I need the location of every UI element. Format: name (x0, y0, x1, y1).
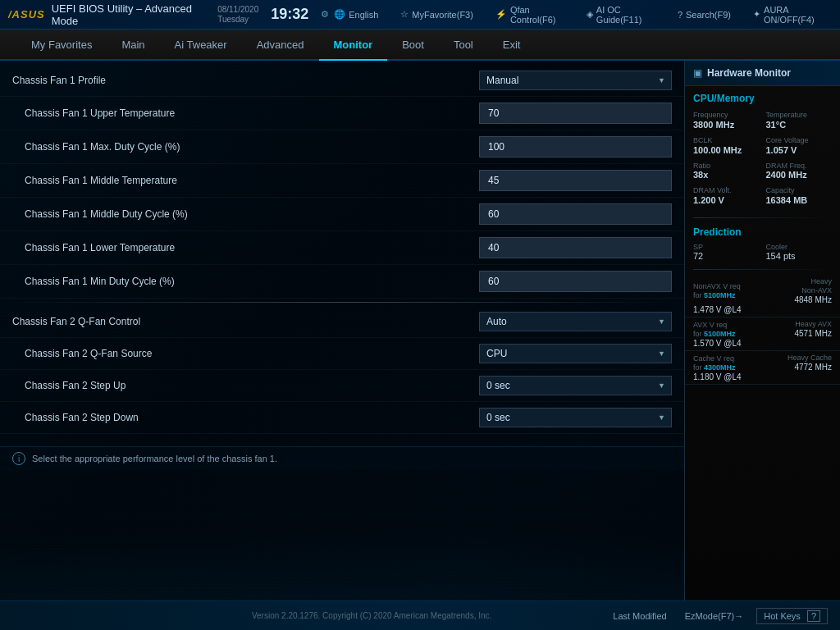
ai-icon: ◈ (587, 9, 593, 20)
pred-cache-heavy-value: 4772 MHz (788, 363, 832, 372)
aura-label: AURA ON/OFF(F4) (764, 5, 827, 25)
nav-exit[interactable]: Exit (488, 30, 536, 61)
dropdown-chassis-fan1-profile[interactable]: Manual Standard Silent Turbo Full Speed (479, 71, 672, 90)
footer: Version 2.20.1276. Copyright (C) 2020 Am… (0, 600, 840, 630)
hw-capacity: Capacity 16384 MB (766, 186, 833, 205)
hw-monitor-header: ▣ Hardware Monitor (685, 61, 840, 86)
pred-sp: SP 72 (693, 243, 760, 261)
separator-1 (12, 302, 672, 303)
pred-block-cache: Cache V req for 4300MHz Heavy Cache 4772… (685, 351, 840, 385)
label-chassis-fan2-qfan-source: Chassis Fan 2 Q-Fan Source (25, 348, 479, 359)
label-chassis-fan1-upper-temp: Chassis Fan 1 Upper Temperature (25, 107, 479, 119)
prediction-section: Prediction SP 72 Cooler 154 pts (685, 223, 840, 385)
select-chassis-fan2-qfan-control[interactable]: Auto Disabled Manual (479, 312, 672, 331)
qfan-button[interactable]: ⚡ Qfan Control(F6) (491, 3, 569, 26)
hw-section-cpu-memory: CPU/Memory Frequency 3800 MHz Temperatur… (685, 86, 840, 212)
row-chassis-fan1-max-duty: Chassis Fan 1 Max. Duty Cycle (%) (0, 130, 684, 164)
hw-temperature-label: Temperature (766, 111, 833, 120)
label-chassis-fan1-max-duty: Chassis Fan 1 Max. Duty Cycle (%) (25, 141, 479, 153)
ez-mode-button[interactable]: EzMode(F7)→ (680, 608, 749, 624)
pred-avx-title-area: AVX V req for 5100MHz (693, 321, 736, 338)
value-chassis-fan2-qfan-source[interactable]: CPU MB GPU (479, 344, 672, 363)
pred-cache-title: Cache V req (693, 354, 736, 363)
value-chassis-fan1-middle-temp[interactable] (479, 170, 672, 191)
hot-keys-key: ? (807, 610, 820, 622)
ez-mode-label: EzMode(F7)→ (685, 611, 744, 621)
hw-frequency-label: Frequency (693, 111, 760, 120)
input-chassis-fan1-lower-temp[interactable] (479, 237, 672, 258)
row-chassis-fan1-middle-temp: Chassis Fan 1 Middle Temperature (0, 164, 684, 198)
last-modified-button[interactable]: Last Modified (608, 608, 671, 624)
prediction-title: Prediction (685, 223, 840, 243)
hw-bclk-value: 100.00 MHz (693, 145, 760, 155)
input-chassis-fan1-upper-temp[interactable] (479, 103, 672, 124)
value-chassis-fan1-max-duty[interactable] (479, 136, 672, 158)
english-label: English (349, 10, 378, 20)
last-modified-label: Last Modified (613, 611, 666, 621)
pred-avx-heavy-label: Heavy AVX (794, 320, 832, 328)
select-chassis-fan1-profile[interactable]: Manual Standard Silent Turbo Full Speed (479, 71, 672, 90)
row-chassis-fan2-qfan-source: Chassis Fan 2 Q-Fan Source CPU MB GPU (0, 338, 684, 370)
hot-keys-button[interactable]: Hot Keys ? (756, 608, 828, 624)
value-chassis-fan2-qfan-control[interactable]: Auto Disabled Manual (479, 312, 672, 331)
label-chassis-fan1-min-duty: Chassis Fan 1 Min Duty Cycle (%) (25, 276, 479, 287)
pred-block-avx: AVX V req for 5100MHz Heavy AVX 4571 MHz… (685, 317, 840, 351)
status-text: Select the appropriate performance level… (32, 454, 277, 463)
pred-block-avx-row: AVX V req for 5100MHz Heavy AVX 4571 MHz (693, 320, 832, 338)
header-buttons: 🌐 English ☆ MyFavorite(F3) ⚡ Qfan Contro… (329, 3, 832, 26)
nav-boot[interactable]: Boot (387, 30, 439, 61)
nav-my-favorites[interactable]: My Favorites (16, 30, 107, 61)
pred-cache-freq: 4300MHz (704, 363, 736, 372)
settings-icon[interactable]: ⚙ (321, 9, 329, 20)
dropdown-chassis-fan2-qfan-control[interactable]: Auto Disabled Manual (479, 312, 672, 331)
pred-cache-volt: 1.180 V @L4 (693, 372, 832, 381)
nav-advanced[interactable]: Advanced (242, 30, 319, 61)
select-chassis-fan2-step-up[interactable]: 0 sec 1 sec 3 sec 5 sec 10 sec (479, 376, 672, 395)
dropdown-chassis-fan2-step-down[interactable]: 0 sec 1 sec 3 sec 5 sec 10 sec (479, 408, 672, 427)
nav-tool[interactable]: Tool (439, 30, 488, 61)
aura-button[interactable]: ✦ AURA ON/OFF(F4) (748, 3, 832, 26)
value-chassis-fan1-lower-temp[interactable] (479, 237, 672, 258)
label-chassis-fan2-step-up: Chassis Fan 2 Step Up (25, 380, 479, 391)
select-chassis-fan2-step-down[interactable]: 0 sec 1 sec 3 sec 5 sec 10 sec (479, 408, 672, 427)
row-chassis-fan1-min-duty: Chassis Fan 1 Min Duty Cycle (%) (0, 265, 684, 299)
input-chassis-fan1-max-duty[interactable] (479, 136, 672, 158)
myfavorite-button[interactable]: ☆ MyFavorite(F3) (395, 7, 478, 21)
footer-buttons: Last Modified EzMode(F7)→ Hot Keys ? (608, 608, 828, 624)
settings-section-1: Chassis Fan 1 Profile Manual Standard Si… (0, 61, 684, 438)
nav-main[interactable]: Main (107, 30, 159, 61)
dropdown-chassis-fan2-step-up[interactable]: 0 sec 1 sec 3 sec 5 sec 10 sec (479, 376, 672, 395)
pred-cooler-label: Cooler (766, 243, 833, 251)
value-chassis-fan1-upper-temp[interactable] (479, 103, 672, 124)
value-chassis-fan2-step-up[interactable]: 0 sec 1 sec 3 sec 5 sec 10 sec (479, 376, 672, 395)
pred-nonavx-title-area: NonAVX V req for 5100MHz (693, 282, 741, 299)
aioc-button[interactable]: ◈ AI OC Guide(F11) (582, 3, 660, 26)
value-chassis-fan1-profile[interactable]: Manual Standard Silent Turbo Full Speed (479, 71, 672, 90)
value-chassis-fan1-min-duty[interactable] (479, 271, 672, 292)
input-chassis-fan1-min-duty[interactable] (479, 271, 672, 292)
dropdown-chassis-fan2-qfan-source[interactable]: CPU MB GPU (479, 344, 672, 363)
pred-cooler-value: 154 pts (766, 251, 833, 261)
english-button[interactable]: 🌐 English (329, 7, 383, 21)
input-chassis-fan1-middle-temp[interactable] (479, 170, 672, 191)
label-chassis-fan2-qfan-control: Chassis Fan 2 Q-Fan Control (12, 316, 479, 327)
label-chassis-fan1-middle-temp: Chassis Fan 1 Middle Temperature (25, 175, 479, 186)
qfan-icon: ⚡ (495, 9, 507, 20)
nav-bar: My Favorites Main Ai Tweaker Advanced Mo… (0, 30, 840, 61)
hw-dram-volt: DRAM Volt. 1.200 V (693, 186, 760, 205)
hot-keys-label: Hot Keys (764, 611, 801, 621)
pred-sp-value: 72 (693, 251, 760, 261)
value-chassis-fan2-step-down[interactable]: 0 sec 1 sec 3 sec 5 sec 10 sec (479, 408, 672, 427)
info-icon: i (12, 452, 25, 465)
date: 08/11/2020 (217, 5, 258, 15)
nav-monitor[interactable]: Monitor (319, 30, 388, 61)
select-chassis-fan2-qfan-source[interactable]: CPU MB GPU (479, 344, 672, 363)
input-chassis-fan1-middle-duty[interactable] (479, 203, 672, 225)
row-chassis-fan2-step-down: Chassis Fan 2 Step Down 0 sec 1 sec 3 se… (0, 402, 684, 434)
hw-dram-freq: DRAM Freq. 2400 MHz (766, 162, 833, 180)
hw-dram-freq-value: 2400 MHz (766, 170, 833, 180)
value-chassis-fan1-middle-duty[interactable] (479, 203, 672, 225)
search-button[interactable]: ? Search(F9) (673, 8, 736, 21)
nav-ai-tweaker[interactable]: Ai Tweaker (160, 30, 242, 61)
hw-ratio-value: 38x (693, 170, 760, 180)
